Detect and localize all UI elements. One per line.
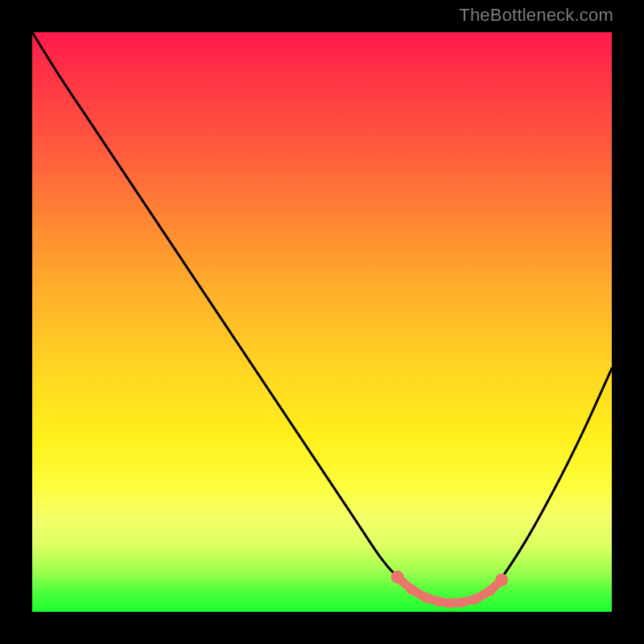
marker-dot bbox=[485, 586, 495, 597]
marker-dot bbox=[407, 584, 417, 595]
chart-frame: TheBottleneck.com bbox=[0, 0, 644, 644]
marker-dot bbox=[444, 598, 455, 609]
marker-dot bbox=[456, 597, 466, 608]
plot-area bbox=[32, 32, 612, 612]
curve-svg bbox=[32, 32, 612, 612]
marker-dot bbox=[470, 594, 481, 605]
watermark-text: TheBottleneck.com bbox=[459, 5, 613, 26]
marker-dot bbox=[495, 573, 508, 586]
marker-dot bbox=[391, 571, 404, 584]
curve-markers bbox=[391, 571, 509, 609]
marker-dot bbox=[433, 597, 444, 607]
curve-line bbox=[32, 32, 612, 603]
marker-dot bbox=[421, 592, 431, 603]
